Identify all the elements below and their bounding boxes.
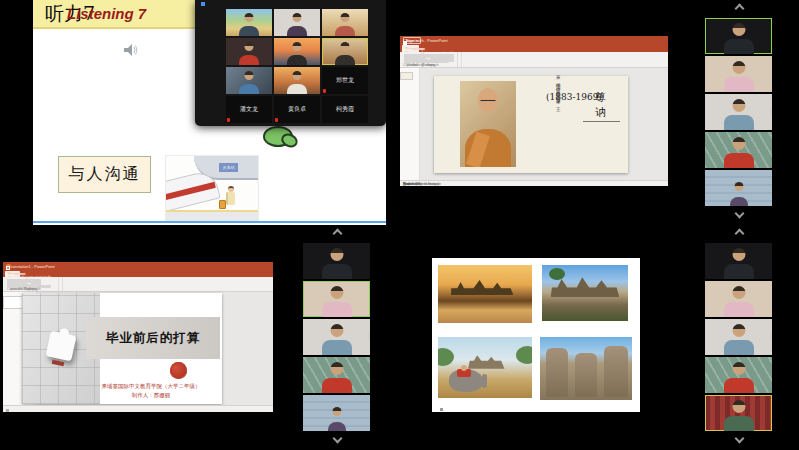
participant-video[interactable]: 董守婷 [303, 357, 370, 393]
participant-tile-novideo[interactable]: 郑世龙 [322, 67, 368, 94]
participant-figure [303, 319, 370, 355]
participant-figure [705, 281, 772, 317]
scrollbar[interactable] [770, 333, 772, 340]
ribbon: Clipboard Slides Font Paragraph [400, 52, 668, 68]
participant-name: 黄良卓 [288, 105, 306, 114]
participant-video-active[interactable]: 诺莉娜Phimol Phylly [322, 38, 368, 65]
participant-video[interactable]: 苏姗丽 [303, 319, 370, 355]
participant-figure [274, 67, 320, 94]
participant-video-active[interactable]: 王姗丽 [705, 395, 772, 431]
chevron-down-icon[interactable] [734, 211, 744, 219]
temple-silhouette [451, 280, 519, 295]
participant-figure [303, 243, 370, 279]
status-bar [3, 405, 273, 412]
ribbon-group-editing[interactable]: Editing [400, 52, 436, 67]
train-station-illustration: 火车站 [165, 155, 259, 222]
participant-figure [705, 170, 772, 206]
participant-figure [274, 9, 320, 36]
powerpoint-window-graduation: Presentation1 - PowerPoint File Home Ins… [3, 262, 273, 412]
participant-figure [705, 357, 772, 393]
ribbon-group-editing[interactable]: Editing [3, 277, 45, 291]
monk-glasses [481, 100, 496, 102]
lesson-title-en: Listening 7 [67, 5, 146, 22]
slide-subtitle-school: 柬埔寨国际中文教育学院（大学二年级） [80, 383, 222, 390]
chevron-down-icon[interactable] [734, 436, 744, 444]
participant-figure [274, 38, 320, 65]
participant-video[interactable]: 丁丽达 [705, 170, 772, 206]
participant-video[interactable]: 纪映妮 [226, 67, 272, 94]
temple-ruins [468, 355, 509, 368]
comments-button[interactable]: Comments [403, 182, 420, 186]
zoom-gallery-window[interactable]: 罗悦 国际中文教育学院 董华赢 刘文娟 松立伟 Song David 诺莉娜Ph… [195, 0, 386, 126]
photo-stone-faces [540, 337, 632, 400]
participant-video[interactable]: 刘文娟 [226, 38, 272, 65]
traveler-body [226, 192, 235, 205]
participant-figure [303, 281, 370, 317]
red-seal [170, 362, 187, 379]
participant-video-active[interactable]: KCNU|李焱 [303, 281, 370, 317]
scrollbar[interactable] [368, 333, 370, 340]
shared-screen-angkor-slide [432, 258, 640, 412]
participant-tile-novideo[interactable]: 黄良卓 [274, 96, 320, 123]
slide-graduation: 毕业前后的打算 柬埔寨国际中文教育学院（大学二年级） 制作人：苏姗丽 [22, 293, 222, 404]
puzzle-piece-shadow [52, 360, 65, 366]
temple-towers [551, 277, 620, 297]
window-title: Presentation1 - PowerPoint [6, 264, 55, 269]
participant-video[interactable]: KCNU|李焱 [705, 56, 772, 92]
title-banner: 毕业前后的打算 [86, 317, 220, 359]
stone-face-tower [604, 346, 628, 398]
participant-video[interactable]: 洪达 HON TON [274, 67, 320, 94]
participant-video[interactable]: 苏姗丽 [705, 319, 772, 355]
slide-title: 毕业前后的打算 [106, 330, 201, 347]
participant-figure [226, 67, 272, 94]
participant-tile-novideo[interactable]: 潘文龙 [226, 96, 272, 123]
participants-strip-top-right: 谢琳 KCNU|李焱 苏姗丽 董守婷 丁丽达 [705, 0, 772, 225]
participant-video-active[interactable]: 谢琳 [705, 18, 772, 54]
participants-strip-bottom-left: 谢琳 KCNU|李焱 苏姗丽 董守婷 丁丽达 [303, 225, 370, 450]
tree [549, 268, 565, 280]
slide-monk: 尊讷 (1883-1969) 柬埔寨僧王 作家 作曲家 诗人 [434, 76, 628, 173]
participant-video[interactable]: 苏姗丽 [705, 94, 772, 130]
muted-mic-icon [323, 89, 326, 93]
composite-screenshot: 听力7 Listening 7 与人沟通 火车站 [0, 0, 799, 450]
participant-figure [705, 94, 772, 130]
ribbon-tab-bar: File Home Insert Design Transitions Anim… [400, 45, 668, 52]
participant-video[interactable]: KCNU|李焱 [705, 281, 772, 317]
participant-video[interactable]: 丁丽达 [303, 395, 370, 431]
chevron-up-icon[interactable] [332, 229, 342, 237]
participant-name: 郑世龙 [336, 76, 354, 85]
participant-video[interactable]: 董守婷 [705, 357, 772, 393]
powerpoint-window-monk: Choun nath - PowerPoint Sign in File Hom… [400, 36, 668, 186]
muted-mic-icon [227, 118, 230, 122]
participants-strip-bottom-right: 谢琳 KCNU|李焱 苏姗丽 董守婷 王姗丽 [705, 225, 772, 450]
participant-video[interactable]: 董华赢 [322, 9, 368, 36]
slide-thumbnail[interactable] [400, 72, 413, 80]
participant-figure [705, 319, 772, 355]
traveler-suitcase [219, 200, 226, 209]
chevron-up-icon[interactable] [734, 4, 744, 12]
participant-name: 柯秀霞 [336, 105, 354, 114]
communication-phrase-box: 与人沟通 [58, 156, 151, 193]
scrollbar[interactable] [770, 108, 772, 115]
participant-video[interactable]: 董守婷 [705, 132, 772, 168]
screen-share-border [33, 221, 386, 223]
participant-tile-novideo[interactable]: 柯秀霞 [322, 96, 368, 123]
participant-video[interactable]: 谢琳 [705, 243, 772, 279]
puzzle-piece [46, 331, 77, 362]
participant-video[interactable]: 罗悦 [226, 9, 272, 36]
participant-figure [705, 243, 772, 279]
slide-thumbnail-panel[interactable] [400, 68, 420, 180]
window-titlebar[interactable]: Choun nath - PowerPoint Sign in [400, 36, 668, 45]
participant-video[interactable]: 松立伟 Song David [274, 38, 320, 65]
communication-phrase: 与人沟通 [69, 164, 141, 185]
speaker-icon[interactable] [123, 42, 139, 58]
window-titlebar[interactable]: Presentation1 - PowerPoint [3, 262, 273, 270]
muted-mic-icon [275, 118, 278, 122]
participant-video[interactable]: 谢琳 [303, 243, 370, 279]
chevron-down-icon[interactable] [332, 436, 342, 444]
ppt-workspace: 尊讷 (1883-1969) 柬埔寨僧王 作家 作曲家 诗人 [400, 68, 668, 180]
participant-video[interactable]: 国际中文教育学院 [274, 9, 320, 36]
photo-bayon-temple [542, 265, 628, 321]
chevron-up-icon[interactable] [734, 229, 744, 237]
ppt-workspace: 毕业前后的打算 柬埔寨国际中文教育学院（大学二年级） 制作人：苏姗丽 [3, 292, 273, 405]
